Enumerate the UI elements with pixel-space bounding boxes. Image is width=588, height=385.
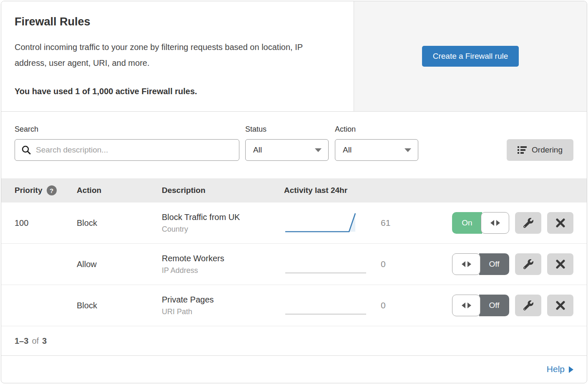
pagination-total: 3 [42, 336, 47, 346]
action-label: Action [335, 125, 418, 134]
close-icon [556, 260, 565, 269]
rule-name: Block Traffic from UK [162, 212, 284, 222]
wrench-icon [523, 300, 533, 310]
close-icon [556, 218, 565, 228]
rule-action: Allow [77, 260, 162, 269]
wrench-icon [523, 259, 533, 269]
arrow-right-icon [569, 366, 573, 373]
arrow-left-icon [462, 302, 465, 308]
action-filter-group: Action All [335, 125, 418, 161]
arrow-right-icon [496, 220, 500, 226]
delete-rule-button[interactable] [547, 212, 573, 234]
chevron-down-icon [315, 148, 322, 152]
toggle-state-label: On [452, 212, 482, 234]
rule-description-cell: Remote Workers IP Address [162, 254, 284, 275]
activity-sparkline [284, 209, 367, 237]
search-group: Search [15, 125, 239, 161]
rule-type: URI Path [162, 308, 284, 316]
table-row: Allow Remote Workers IP Address 0 Off [1, 244, 587, 285]
create-firewall-rule-button[interactable]: Create a Firewall rule [422, 46, 519, 67]
rule-controls: Off [422, 253, 587, 275]
arrow-right-icon [467, 302, 471, 308]
delete-rule-button[interactable] [547, 253, 573, 275]
rule-controls: On [422, 212, 587, 234]
firewall-rules-panel: Firewall Rules Control incoming traffic … [1, 1, 587, 383]
ordering-button[interactable]: Ordering [507, 139, 573, 161]
activity-sparkline [284, 250, 367, 278]
toggle-knob[interactable] [452, 253, 480, 275]
arrow-left-icon [462, 261, 465, 267]
usage-note: You have used 1 of 1,000 active Firewall… [15, 87, 337, 96]
rule-action: Block [77, 301, 162, 310]
filter-bar: Search Status All Action All [1, 112, 587, 178]
table-row: Block Private Pages URI Path 0 Off [1, 285, 587, 326]
page-description: Control incoming traffic to your zone by… [15, 39, 337, 71]
table-row: 100 Block Block Traffic from UK Country … [1, 202, 587, 244]
rule-type: IP Address [162, 266, 284, 275]
toggle-state-label: Off [479, 253, 509, 275]
toggle-knob[interactable] [452, 295, 480, 316]
status-label: Status [245, 125, 329, 134]
arrow-left-icon [490, 220, 494, 226]
column-header-priority: Priority ? [1, 185, 77, 195]
rule-activity-cell: 0 [284, 250, 422, 278]
search-input[interactable] [15, 139, 239, 161]
rule-name: Remote Workers [162, 254, 284, 263]
rule-activity-cell: 0 [284, 292, 422, 319]
wrench-icon [523, 218, 533, 228]
pagination-bar: 1–3 of 3 [1, 326, 587, 356]
status-filter-group: Status All [245, 125, 329, 161]
help-link[interactable]: Help [547, 364, 573, 374]
rule-priority: 100 [1, 218, 77, 228]
bottom-bar: Help [1, 356, 587, 382]
rule-type: Country [162, 225, 284, 234]
priority-help-icon[interactable]: ? [47, 185, 57, 195]
activity-count: 61 [381, 218, 390, 228]
rule-description-cell: Private Pages URI Path [162, 295, 284, 316]
priority-header-label: Priority [15, 186, 43, 195]
ordering-button-label: Ordering [532, 145, 563, 155]
help-link-label: Help [547, 364, 565, 374]
column-header-action: Action [77, 186, 162, 195]
activity-sparkline [284, 292, 367, 319]
close-icon [556, 301, 565, 310]
delete-rule-button[interactable] [547, 295, 573, 316]
table-header-row: Priority ? Action Description Activity l… [1, 178, 587, 202]
toggle-knob[interactable] [481, 212, 509, 234]
edit-rule-button[interactable] [515, 212, 541, 234]
rule-enabled-toggle[interactable]: Off [452, 295, 509, 316]
rule-enabled-toggle[interactable]: Off [452, 253, 509, 275]
search-field-wrap [15, 139, 239, 161]
edit-rule-button[interactable] [515, 253, 541, 275]
activity-count: 0 [381, 259, 386, 269]
edit-rule-button[interactable] [515, 295, 541, 316]
rule-action: Block [77, 218, 162, 228]
rule-enabled-toggle[interactable]: On [452, 212, 509, 234]
action-selected-value: All [343, 145, 352, 155]
header-action-area: Create a Firewall rule [354, 1, 587, 111]
column-header-activity: Activity last 24hr [284, 186, 422, 195]
rule-name: Private Pages [162, 295, 284, 305]
pagination-range: 1–3 [15, 336, 28, 346]
header: Firewall Rules Control incoming traffic … [1, 1, 587, 112]
rule-activity-cell: 61 [284, 209, 422, 237]
action-select[interactable]: All [335, 139, 418, 161]
activity-count: 0 [381, 300, 386, 310]
status-select[interactable]: All [245, 139, 329, 161]
column-header-description: Description [162, 186, 284, 195]
page-title: Firewall Rules [15, 15, 337, 28]
status-selected-value: All [253, 145, 262, 155]
header-text-block: Firewall Rules Control incoming traffic … [1, 1, 354, 111]
rule-controls: Off [422, 295, 587, 316]
pagination-of-label: of [32, 336, 39, 346]
list-ordering-icon [518, 146, 527, 154]
rule-description-cell: Block Traffic from UK Country [162, 212, 284, 234]
arrow-right-icon [467, 261, 471, 267]
toggle-state-label: Off [479, 295, 509, 316]
search-icon [21, 145, 31, 155]
chevron-down-icon [405, 148, 411, 152]
search-label: Search [15, 125, 239, 134]
